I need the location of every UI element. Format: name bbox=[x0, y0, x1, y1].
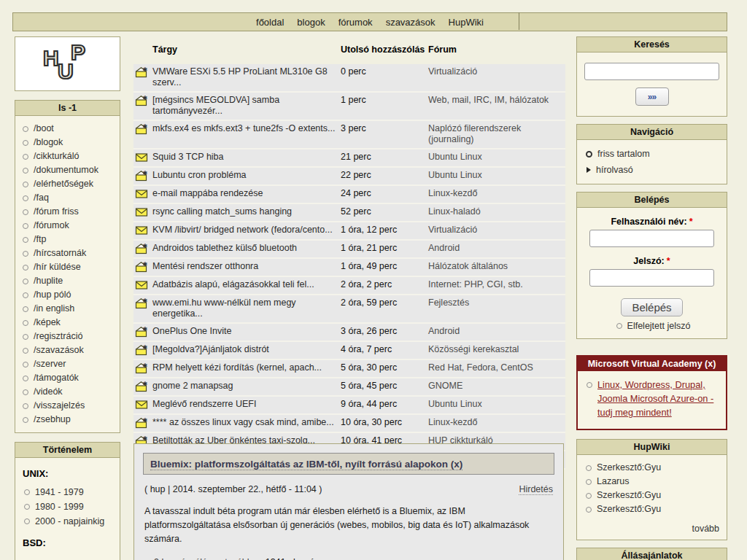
bullet-icon bbox=[23, 237, 28, 243]
ls-menu-link[interactable]: /blogok bbox=[34, 136, 63, 149]
bullet-icon bbox=[23, 403, 28, 409]
ls-menu-link[interactable]: /hup póló bbox=[34, 288, 71, 302]
read-more-link[interactable]: tovább bbox=[225, 557, 252, 560]
topic-title-link[interactable]: Squid 3 TCP hiba bbox=[152, 152, 341, 163]
ad-label-link[interactable]: Hirdetés bbox=[519, 484, 553, 495]
col-header-topic: Tárgy bbox=[152, 44, 341, 55]
ls-menu-link[interactable]: /hír küldése bbox=[34, 260, 81, 274]
ls-menu-link[interactable]: /ftp bbox=[34, 233, 46, 246]
bullet-icon bbox=[23, 417, 28, 423]
ls-menu-link[interactable]: /szavazások bbox=[34, 343, 84, 357]
password-field[interactable] bbox=[589, 269, 713, 287]
topic-title-link[interactable]: [mégsincs MEGOLDVA] samba tartományvezér… bbox=[152, 95, 341, 117]
history-link[interactable]: 1980 - 1999 bbox=[35, 499, 84, 514]
topic-forum-link[interactable]: Hálózatok általános bbox=[428, 261, 565, 273]
top-nav-link[interactable]: főoldal bbox=[256, 17, 284, 28]
ls-menu-link[interactable]: /cikkturkáló bbox=[34, 149, 80, 163]
ls-menu-link[interactable]: /regisztráció bbox=[34, 330, 82, 343]
topic-forum-link[interactable]: Virtualizáció bbox=[428, 66, 565, 88]
topic-forum-link[interactable]: Internet: PHP, CGI, stb. bbox=[428, 279, 565, 291]
ls-menu-link[interactable]: /fórum friss bbox=[34, 205, 79, 219]
topic-forum-link[interactable]: GNOME bbox=[428, 381, 565, 392]
navigation-link[interactable]: hírolvasó bbox=[596, 162, 633, 178]
search-input[interactable] bbox=[584, 63, 719, 80]
hupwiki-item: Lazarus bbox=[583, 475, 721, 489]
topic-title-link[interactable]: VMWare ESXi 5.5 HP ProLiant ML310e G8 sz… bbox=[152, 66, 341, 88]
top-nav-link[interactable]: HupWiki bbox=[449, 17, 484, 28]
topic-forum-link[interactable]: Fejlesztés bbox=[428, 298, 565, 319]
ls-menu-link[interactable]: /hírcsatornák bbox=[34, 246, 86, 260]
topic-forum-link[interactable]: Android bbox=[428, 326, 565, 338]
topic-title-link[interactable]: Meglévő rendszerre UEFI bbox=[152, 399, 341, 411]
top-nav-link[interactable]: blogok bbox=[297, 17, 325, 28]
topic-title-link[interactable]: Lubuntu cron probléma bbox=[152, 170, 341, 182]
forgot-password-link[interactable]: Elfelejtett jelszó bbox=[627, 321, 691, 331]
mva-link[interactable]: Linux, Wordpress, Drupal, Joomla Microso… bbox=[597, 378, 720, 419]
topic-forum-link[interactable]: Ubuntu Linux bbox=[428, 399, 565, 411]
topic-title-link[interactable]: Androidos tablethez külső bluetooth bbox=[152, 243, 341, 254]
article-title-link[interactable]: Bluemix: platformszolgáltatás az IBM-től… bbox=[150, 459, 462, 470]
hupwiki-more-link[interactable]: tovább bbox=[692, 524, 719, 534]
navigation-link[interactable]: friss tartalom bbox=[597, 146, 650, 162]
hupwiki-link[interactable]: Szerkesztő:Gyu bbox=[597, 502, 661, 516]
topic-forum-link[interactable]: Web, mail, IRC, IM, hálózatok bbox=[428, 95, 565, 117]
topic-forum-link[interactable]: Linux-haladó bbox=[428, 206, 565, 218]
ls-menu-link[interactable]: /visszajelzés bbox=[34, 399, 85, 413]
topic-title-link[interactable]: rsync calling match_sums hanging bbox=[152, 206, 341, 218]
ls-menu-link[interactable]: /faq bbox=[34, 191, 49, 205]
topic-title-link[interactable]: RPM helyett kézi fordítás (kernel, apach… bbox=[152, 362, 341, 374]
right-sidebar: Keresés »» Navigáció friss tartalom bbox=[576, 36, 727, 560]
topic-title-link[interactable]: e-mail mappába rendezése bbox=[152, 188, 341, 200]
history-link[interactable]: 2000 - napjainkig bbox=[35, 514, 104, 529]
ls-menu-link[interactable]: /in english bbox=[34, 302, 74, 316]
topic-forum-link[interactable]: Virtualizáció bbox=[428, 225, 565, 236]
topic-forum-link[interactable]: Linux-kezdő bbox=[428, 417, 565, 429]
hupwiki-link[interactable]: Szerkesztő:Gyu bbox=[597, 489, 661, 502]
topic-title-link[interactable]: Adatbázis alapú, elágazásokkal teli fel.… bbox=[152, 279, 341, 291]
history-box: Történelem UNIX: 1941 - 1979 1980 - 1999 bbox=[15, 442, 120, 560]
ls-menu-link[interactable]: /zsebhup bbox=[34, 413, 71, 427]
svg-text:✱: ✱ bbox=[143, 435, 148, 442]
topic-title-link[interactable]: **** az összes linux vagy csak mind, ami… bbox=[152, 417, 341, 429]
topic-title-link[interactable]: www.emi.hu www-nélkül nem megy energetik… bbox=[152, 298, 341, 319]
col-header-last-post: Utolsó hozzászólás bbox=[341, 44, 428, 55]
topic-title-link[interactable]: mkfs.ex4 es mkfs.ext3 + tune2fs -O exten… bbox=[152, 123, 341, 145]
ls-menu-link[interactable]: /fórumok bbox=[34, 219, 69, 233]
login-submit-button[interactable]: Belépés bbox=[621, 298, 682, 316]
topic-forum-link[interactable]: Red Hat, Fedora, CentOS bbox=[428, 362, 565, 374]
topic-forum-link[interactable]: Ubuntu Linux bbox=[428, 152, 565, 163]
search-submit-button[interactable]: »» bbox=[635, 88, 669, 106]
hup-logo-box[interactable]: H U P bbox=[15, 36, 120, 91]
history-bsd-label: BSD: bbox=[23, 537, 112, 548]
topic-title-link[interactable]: OnePlus One Invite bbox=[152, 326, 341, 338]
topic-title-link[interactable]: KVM /libvirt/ bridged network (fedora/ce… bbox=[152, 225, 341, 236]
bullet-icon bbox=[587, 167, 591, 173]
comments-link[interactable]: 9 hozzászólás bbox=[154, 557, 212, 560]
ls-menu-link[interactable]: /videók bbox=[34, 385, 63, 399]
username-field[interactable] bbox=[589, 230, 713, 247]
hupwiki-link[interactable]: Lazarus bbox=[597, 475, 629, 489]
table-row: ✱ Mentési rendszer otthonra 1 óra, 49 pe… bbox=[133, 259, 565, 277]
topic-forum-link[interactable]: Linux-kezdő bbox=[428, 188, 565, 200]
ls-menu-link[interactable]: /támogatók bbox=[34, 371, 79, 385]
ls-menu-item: /hírcsatornák bbox=[20, 246, 115, 260]
ls-menu-link[interactable]: /boot bbox=[34, 122, 54, 136]
topic-title-link[interactable]: [Megoldva?]Ajánljatok distrót bbox=[152, 344, 341, 356]
ls-menu-link[interactable]: /elérhetőségek bbox=[34, 177, 93, 191]
hupwiki-link[interactable]: Szerkesztő:Gyu bbox=[597, 461, 661, 475]
ls-menu-link[interactable]: /huplite bbox=[34, 274, 63, 288]
topic-title-link[interactable]: gnome 2 manapsag bbox=[152, 381, 341, 392]
topic-title-link[interactable]: Mentési rendszer otthonra bbox=[152, 261, 341, 273]
top-nav-link[interactable]: szavazások bbox=[386, 17, 436, 28]
history-link[interactable]: 1941 - 1979 bbox=[35, 485, 84, 499]
ls-menu-link[interactable]: /dokumentumok bbox=[34, 163, 98, 177]
topic-forum-link[interactable]: Ubuntu Linux bbox=[428, 170, 565, 182]
topic-forum-link[interactable]: Android bbox=[428, 243, 565, 254]
ls-menu-link[interactable]: /szerver bbox=[34, 357, 66, 371]
topic-forum-link[interactable]: Naplózó filerendszerek (journaling) bbox=[428, 123, 565, 145]
topic-forum-link[interactable]: Közösségi kerekasztal bbox=[428, 344, 565, 356]
top-navbar: főoldalblogokfórumokszavazásokHupWiki bbox=[12, 12, 727, 31]
ls-menu-link[interactable]: /képek bbox=[34, 316, 61, 330]
top-nav-link[interactable]: fórumok bbox=[338, 17, 373, 28]
sponsored-article: Bluemix: platformszolgáltatás az IBM-től… bbox=[133, 443, 564, 560]
